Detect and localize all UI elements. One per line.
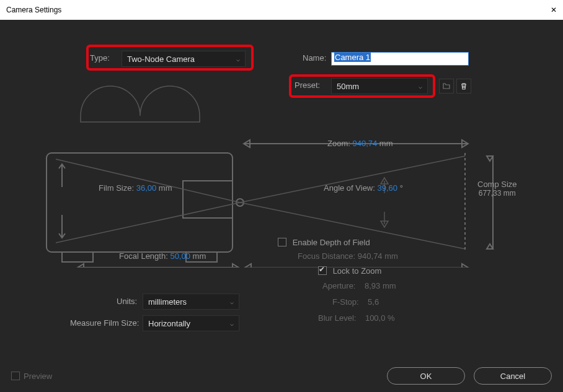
angle-value[interactable]: 39,60 <box>378 183 398 193</box>
enable-dof-row[interactable]: Enable Depth of Field <box>278 238 370 247</box>
focal-label: Focal Length: <box>119 251 168 261</box>
type-label: Type: <box>90 53 110 63</box>
type-value: Two-Node Camera <box>127 54 195 64</box>
focal-value[interactable]: 50,00 <box>170 251 190 261</box>
zoom-label: Zoom: <box>327 139 350 148</box>
zoom-row: Zoom: 940,74 mm <box>327 139 393 148</box>
zoom-value[interactable]: 940,74 <box>352 139 377 148</box>
fstop-label: F-Stop: <box>332 297 359 307</box>
name-label: Name: <box>303 53 326 63</box>
lock-zoom-label: Lock to Zoom <box>333 266 382 276</box>
focal-unit: mm <box>193 251 206 261</box>
angle-unit: ° <box>400 183 403 193</box>
fstop-row: F-Stop: 5,6 <box>332 297 379 307</box>
close-icon[interactable]: ✕ <box>532 6 557 14</box>
measure-value: Horizontally <box>148 319 190 328</box>
dialog-content: Type: Two-Node Camera ⌵ Name: Camera 1 P… <box>0 20 563 392</box>
chevron-down-icon: ⌵ <box>236 56 240 63</box>
preview-label: Preview <box>24 372 52 381</box>
cancel-button[interactable]: Cancel <box>474 367 552 385</box>
zoom-unit: mm <box>379 139 393 148</box>
lock-zoom-checkbox[interactable] <box>318 266 327 275</box>
chevron-down-icon: ⌵ <box>230 320 234 327</box>
fstop-value: 5,6 <box>368 297 379 307</box>
focus-dist-value: 940,74 mm <box>358 251 398 261</box>
dialog-footer: Preview OK Cancel <box>0 360 563 392</box>
chevron-down-icon: ⌵ <box>230 298 234 305</box>
blur-value: 100,0 % <box>365 313 395 323</box>
name-input[interactable]: Camera 1 <box>331 52 469 66</box>
name-value: Camera 1 <box>334 53 371 62</box>
focal-row: Focal Length: 50,00 mm <box>119 251 206 261</box>
blur-row: Blur Level: 100,0 % <box>318 313 395 323</box>
ok-button[interactable]: OK <box>387 367 465 385</box>
enable-dof-checkbox[interactable] <box>278 238 286 246</box>
aperture-row: Aperture: 8,93 mm <box>322 281 396 290</box>
comp-size-value: 677,33 mm <box>477 189 517 198</box>
blur-label: Blur Level: <box>318 313 356 323</box>
units-label: Units: <box>117 297 137 306</box>
aperture-label: Aperture: <box>322 281 355 290</box>
units-dropdown[interactable]: millimeters ⌵ <box>143 294 239 310</box>
units-value: millimeters <box>148 297 187 307</box>
film-size-row: Film Size: 36,00 mm <box>99 183 172 193</box>
svg-rect-0 <box>47 153 233 252</box>
measure-label: Measure Film Size: <box>70 318 139 328</box>
aperture-value: 8,93 mm <box>365 281 396 290</box>
measure-dropdown[interactable]: Horizontally ⌵ <box>143 315 239 331</box>
svg-rect-1 <box>62 252 93 262</box>
angle-label: Angle of View: <box>324 183 375 193</box>
film-size-label: Film Size: <box>99 183 134 193</box>
film-size-unit: mm <box>159 183 172 193</box>
comp-size-block: Comp Size 677,33 mm <box>477 180 517 198</box>
comp-size-label: Comp Size <box>477 180 517 189</box>
focus-dist-row: Focus Distance: 940,74 mm <box>298 251 398 261</box>
camera-settings-window: Camera Settings ✕ Type: Two-Node Camera … <box>0 0 563 392</box>
preview-checkbox[interactable] <box>11 372 20 380</box>
preview-row[interactable]: Preview <box>11 372 52 381</box>
svg-line-6 <box>56 203 240 243</box>
svg-line-7 <box>240 156 465 203</box>
film-size-value[interactable]: 36,00 <box>136 183 157 193</box>
focus-dist-label: Focus Distance: <box>298 251 355 261</box>
window-title: Camera Settings <box>6 6 61 14</box>
titlebar: Camera Settings ✕ <box>0 0 563 20</box>
lock-zoom-row[interactable]: Lock to Zoom <box>318 266 381 276</box>
enable-dof-label: Enable Depth of Field <box>293 238 370 247</box>
angle-row: Angle of View: 39,60 ° <box>324 183 403 193</box>
type-dropdown[interactable]: Two-Node Camera ⌵ <box>122 51 246 67</box>
